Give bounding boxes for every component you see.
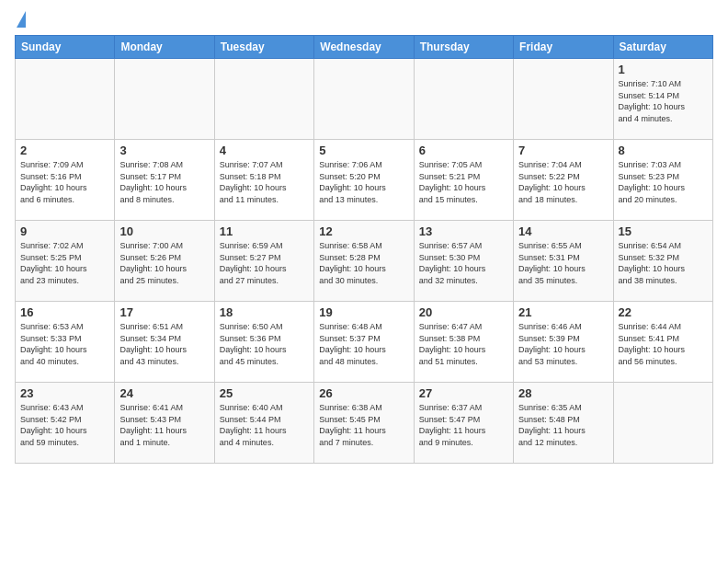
calendar-cell: 16Sunrise: 6:53 AM Sunset: 5:33 PM Dayli… [16, 302, 115, 383]
header-day: Thursday [414, 36, 513, 59]
calendar-cell: 5Sunrise: 7:06 AM Sunset: 5:20 PM Daylig… [314, 140, 414, 221]
header-day: Saturday [613, 36, 712, 59]
cell-info: Sunrise: 6:59 AM Sunset: 5:27 PM Dayligh… [220, 240, 309, 286]
day-number: 23 [20, 386, 109, 400]
calendar-cell: 10Sunrise: 7:00 AM Sunset: 5:26 PM Dayli… [115, 221, 214, 302]
day-number: 22 [619, 305, 708, 319]
calendar-cell: 13Sunrise: 6:57 AM Sunset: 5:30 PM Dayli… [414, 221, 513, 302]
cell-info: Sunrise: 6:43 AM Sunset: 5:42 PM Dayligh… [20, 402, 109, 448]
day-number: 8 [619, 144, 708, 157]
cell-info: Sunrise: 7:09 AM Sunset: 5:16 PM Dayligh… [20, 159, 109, 205]
day-number: 27 [419, 386, 508, 400]
cell-info: Sunrise: 6:40 AM Sunset: 5:44 PM Dayligh… [220, 402, 309, 448]
page-header [15, 15, 713, 28]
day-number: 3 [119, 144, 209, 157]
cell-info: Sunrise: 6:50 AM Sunset: 5:36 PM Dayligh… [220, 321, 309, 367]
cell-info: Sunrise: 6:35 AM Sunset: 5:48 PM Dayligh… [518, 402, 608, 448]
calendar-cell: 7Sunrise: 7:04 AM Sunset: 5:22 PM Daylig… [514, 140, 613, 221]
header-day: Monday [115, 36, 214, 59]
calendar-cell: 17Sunrise: 6:51 AM Sunset: 5:34 PM Dayli… [115, 302, 214, 383]
calendar-cell: 4Sunrise: 7:07 AM Sunset: 5:18 PM Daylig… [214, 140, 313, 221]
week-row: 9Sunrise: 7:02 AM Sunset: 5:25 PM Daylig… [16, 221, 713, 302]
day-number: 16 [20, 305, 109, 319]
day-number: 17 [119, 305, 209, 319]
header-day: Tuesday [214, 36, 313, 59]
header-day: Sunday [16, 36, 115, 59]
calendar-cell [514, 59, 613, 140]
calendar-cell: 2Sunrise: 7:09 AM Sunset: 5:16 PM Daylig… [16, 140, 115, 221]
cell-info: Sunrise: 6:48 AM Sunset: 5:37 PM Dayligh… [319, 321, 408, 367]
header-row: SundayMondayTuesdayWednesdayThursdayFrid… [16, 36, 713, 59]
cell-info: Sunrise: 7:10 AM Sunset: 5:14 PM Dayligh… [619, 78, 708, 124]
cell-info: Sunrise: 6:53 AM Sunset: 5:33 PM Dayligh… [20, 321, 109, 367]
cell-info: Sunrise: 6:41 AM Sunset: 5:43 PM Dayligh… [119, 402, 209, 448]
day-number: 14 [518, 224, 608, 238]
day-number: 5 [319, 144, 408, 157]
logo-triangle-icon [17, 11, 26, 28]
cell-info: Sunrise: 7:07 AM Sunset: 5:18 PM Dayligh… [220, 159, 309, 205]
calendar-table: SundayMondayTuesdayWednesdayThursdayFrid… [15, 35, 713, 464]
day-number: 18 [220, 305, 309, 319]
calendar-cell: 20Sunrise: 6:47 AM Sunset: 5:38 PM Dayli… [414, 302, 513, 383]
cell-info: Sunrise: 7:02 AM Sunset: 5:25 PM Dayligh… [20, 240, 109, 286]
calendar-cell: 23Sunrise: 6:43 AM Sunset: 5:42 PM Dayli… [16, 383, 115, 464]
calendar-cell: 27Sunrise: 6:37 AM Sunset: 5:47 PM Dayli… [414, 383, 513, 464]
day-number: 13 [419, 224, 508, 238]
header-day: Friday [514, 36, 613, 59]
calendar-cell: 14Sunrise: 6:55 AM Sunset: 5:31 PM Dayli… [514, 221, 613, 302]
cell-info: Sunrise: 7:08 AM Sunset: 5:17 PM Dayligh… [119, 159, 209, 205]
calendar-cell: 25Sunrise: 6:40 AM Sunset: 5:44 PM Dayli… [214, 383, 313, 464]
cell-info: Sunrise: 6:57 AM Sunset: 5:30 PM Dayligh… [419, 240, 508, 286]
day-number: 20 [419, 305, 508, 319]
day-number: 15 [619, 224, 708, 238]
calendar-cell: 9Sunrise: 7:02 AM Sunset: 5:25 PM Daylig… [16, 221, 115, 302]
calendar-cell: 6Sunrise: 7:05 AM Sunset: 5:21 PM Daylig… [414, 140, 513, 221]
day-number: 10 [119, 224, 209, 238]
calendar-cell [16, 59, 115, 140]
calendar-cell: 22Sunrise: 6:44 AM Sunset: 5:41 PM Dayli… [613, 302, 712, 383]
calendar-cell [613, 383, 712, 464]
day-number: 6 [419, 144, 508, 157]
day-number: 1 [619, 63, 708, 76]
calendar-cell: 18Sunrise: 6:50 AM Sunset: 5:36 PM Dayli… [214, 302, 313, 383]
cell-info: Sunrise: 7:03 AM Sunset: 5:23 PM Dayligh… [619, 159, 708, 205]
calendar-cell [414, 59, 513, 140]
cell-info: Sunrise: 6:47 AM Sunset: 5:38 PM Dayligh… [419, 321, 508, 367]
day-number: 25 [220, 386, 309, 400]
calendar-cell: 21Sunrise: 6:46 AM Sunset: 5:39 PM Dayli… [514, 302, 613, 383]
day-number: 19 [319, 305, 408, 319]
cell-info: Sunrise: 6:44 AM Sunset: 5:41 PM Dayligh… [619, 321, 708, 367]
calendar-cell: 12Sunrise: 6:58 AM Sunset: 5:28 PM Dayli… [314, 221, 414, 302]
day-number: 11 [220, 224, 309, 238]
calendar-cell: 3Sunrise: 7:08 AM Sunset: 5:17 PM Daylig… [115, 140, 214, 221]
calendar-cell [314, 59, 414, 140]
cell-info: Sunrise: 6:37 AM Sunset: 5:47 PM Dayligh… [419, 402, 508, 448]
cell-info: Sunrise: 6:55 AM Sunset: 5:31 PM Dayligh… [518, 240, 608, 286]
calendar-cell: 11Sunrise: 6:59 AM Sunset: 5:27 PM Dayli… [214, 221, 313, 302]
cell-info: Sunrise: 7:06 AM Sunset: 5:20 PM Dayligh… [319, 159, 408, 205]
calendar-cell: 15Sunrise: 6:54 AM Sunset: 5:32 PM Dayli… [613, 221, 712, 302]
day-number: 9 [20, 224, 109, 238]
calendar-cell [115, 59, 214, 140]
calendar-body: 1Sunrise: 7:10 AM Sunset: 5:14 PM Daylig… [16, 59, 713, 464]
calendar-cell: 26Sunrise: 6:38 AM Sunset: 5:45 PM Dayli… [314, 383, 414, 464]
calendar-cell: 28Sunrise: 6:35 AM Sunset: 5:48 PM Dayli… [514, 383, 613, 464]
calendar-cell [214, 59, 313, 140]
week-row: 16Sunrise: 6:53 AM Sunset: 5:33 PM Dayli… [16, 302, 713, 383]
week-row: 23Sunrise: 6:43 AM Sunset: 5:42 PM Dayli… [16, 383, 713, 464]
day-number: 24 [119, 386, 209, 400]
cell-info: Sunrise: 6:38 AM Sunset: 5:45 PM Dayligh… [319, 402, 408, 448]
cell-info: Sunrise: 6:58 AM Sunset: 5:28 PM Dayligh… [319, 240, 408, 286]
calendar-cell: 8Sunrise: 7:03 AM Sunset: 5:23 PM Daylig… [613, 140, 712, 221]
day-number: 12 [319, 224, 408, 238]
cell-info: Sunrise: 6:54 AM Sunset: 5:32 PM Dayligh… [619, 240, 708, 286]
day-number: 26 [319, 386, 408, 400]
cell-info: Sunrise: 6:46 AM Sunset: 5:39 PM Dayligh… [518, 321, 608, 367]
cell-info: Sunrise: 7:05 AM Sunset: 5:21 PM Dayligh… [419, 159, 508, 205]
day-number: 4 [220, 144, 309, 157]
day-number: 7 [518, 144, 608, 157]
calendar-cell: 1Sunrise: 7:10 AM Sunset: 5:14 PM Daylig… [613, 59, 712, 140]
week-row: 1Sunrise: 7:10 AM Sunset: 5:14 PM Daylig… [16, 59, 713, 140]
cell-info: Sunrise: 7:00 AM Sunset: 5:26 PM Dayligh… [119, 240, 209, 286]
cell-info: Sunrise: 6:51 AM Sunset: 5:34 PM Dayligh… [119, 321, 209, 367]
